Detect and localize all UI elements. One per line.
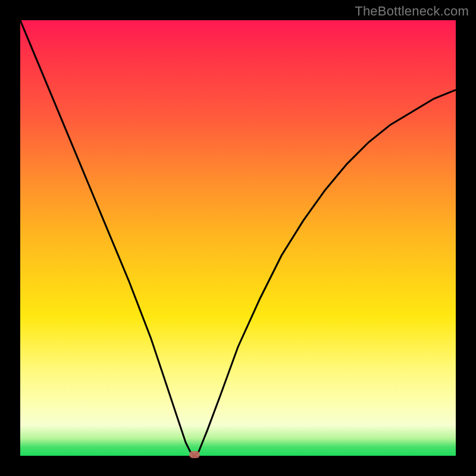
bottleneck-curve xyxy=(20,20,456,456)
watermark-text: TheBottleneck.com xyxy=(355,4,469,19)
chart-frame: TheBottleneck.com xyxy=(0,0,476,476)
plot-area xyxy=(20,20,456,456)
optimal-point-marker xyxy=(189,451,200,458)
curve-path xyxy=(20,20,456,456)
